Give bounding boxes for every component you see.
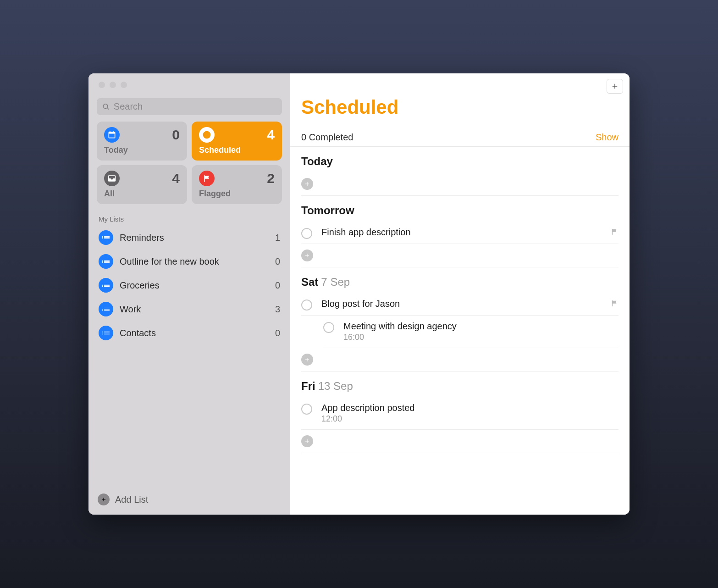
zoom-window[interactable] — [121, 82, 127, 88]
smart-today[interactable]: 0 Today — [97, 122, 187, 161]
task-row[interactable]: Meeting with design agency16:00 — [323, 316, 619, 348]
minimize-window[interactable] — [110, 82, 116, 88]
smart-scheduled-label: Scheduled — [199, 145, 275, 155]
list-count: 0 — [275, 328, 280, 338]
list-icon — [99, 326, 113, 340]
list-item[interactable]: Contacts0 — [95, 321, 284, 345]
list-item[interactable]: Reminders1 — [95, 226, 284, 250]
list-name: Work — [120, 304, 275, 315]
tray-icon — [104, 171, 120, 186]
completed-count: 0 Completed — [301, 132, 353, 143]
smart-today-label: Today — [104, 145, 180, 155]
date-header: Sat7 Sep — [301, 276, 619, 288]
clock-icon — [199, 127, 215, 143]
list-icon — [99, 254, 113, 269]
smart-scheduled-count: 4 — [267, 127, 275, 143]
task-list: App description posted12:00 — [301, 397, 619, 453]
plus-icon[interactable] — [301, 435, 313, 447]
list-icon — [99, 230, 113, 245]
page-title: Scheduled — [290, 94, 630, 118]
show-completed-button[interactable]: Show — [596, 132, 619, 143]
lists: Reminders1Outline for the new book0Groce… — [88, 226, 290, 345]
smart-all-count: 4 — [172, 171, 180, 186]
calendar-icon — [104, 127, 120, 143]
smart-all-label: All — [104, 189, 180, 199]
list-item[interactable]: Outline for the new book0 — [95, 250, 284, 273]
plus-icon[interactable] — [301, 250, 313, 261]
add-task-row[interactable] — [301, 244, 619, 267]
list-icon — [99, 278, 113, 293]
flag-icon — [610, 227, 619, 238]
smart-lists: 0 Today 4 Scheduled 4 All — [88, 122, 290, 204]
add-list-button[interactable]: Add List — [98, 494, 281, 505]
task-title: Meeting with design agency — [343, 321, 619, 332]
date-section: Today — [301, 147, 619, 196]
task-list: Finish app description — [301, 222, 619, 267]
date-section: Fri13 SepApp description posted12:00 — [301, 372, 619, 453]
smart-today-count: 0 — [172, 127, 180, 143]
plus-icon[interactable] — [301, 178, 313, 190]
plus-icon[interactable] — [301, 354, 313, 366]
sections: TodayTomorrowFinish app descriptionSat7 … — [290, 147, 630, 462]
task-row[interactable]: App description posted12:00 — [301, 397, 619, 430]
list-count: 3 — [275, 304, 280, 315]
task-title: Finish app description — [321, 227, 606, 238]
main-panel: Scheduled 0 Completed Show TodayTomorrow… — [290, 73, 630, 515]
window-controls — [88, 73, 290, 88]
task-row[interactable]: Blog post for Jason — [301, 293, 619, 316]
my-lists-header: My Lists — [88, 204, 290, 226]
search-field[interactable] — [97, 98, 282, 115]
task-title: Blog post for Jason — [321, 299, 606, 309]
task-checkbox[interactable] — [301, 300, 312, 311]
close-window[interactable] — [99, 82, 105, 88]
smart-flagged[interactable]: 2 Flagged — [192, 165, 282, 204]
date-header: Tomorrow — [301, 204, 619, 217]
task-time: 12:00 — [321, 414, 619, 424]
date-header: Today — [301, 155, 619, 168]
sidebar: 0 Today 4 Scheduled 4 All — [88, 73, 290, 515]
smart-scheduled[interactable]: 4 Scheduled — [192, 122, 282, 161]
date-section: Sat7 SepBlog post for JasonMeeting with … — [301, 267, 619, 372]
list-item[interactable]: Groceries0 — [95, 273, 284, 297]
smart-all[interactable]: 4 All — [97, 165, 187, 204]
new-reminder-button[interactable] — [607, 79, 623, 94]
list-count: 1 — [275, 233, 280, 243]
task-checkbox[interactable] — [301, 228, 312, 239]
task-checkbox[interactable] — [301, 404, 312, 415]
task-list — [301, 172, 619, 196]
list-name: Reminders — [120, 233, 275, 243]
add-list-label: Add List — [115, 494, 148, 505]
list-icon — [99, 302, 113, 316]
app-window: 0 Today 4 Scheduled 4 All — [88, 73, 630, 515]
add-task-row[interactable] — [301, 348, 619, 372]
list-name: Contacts — [120, 328, 275, 338]
flag-icon — [199, 171, 215, 186]
add-task-row[interactable] — [301, 430, 619, 453]
list-count: 0 — [275, 256, 280, 267]
date-header: Fri13 Sep — [301, 380, 619, 393]
task-checkbox[interactable] — [323, 322, 334, 333]
task-row[interactable]: Finish app description — [301, 222, 619, 244]
flag-icon — [610, 299, 619, 309]
list-count: 0 — [275, 280, 280, 291]
search-input[interactable] — [114, 101, 276, 112]
smart-flagged-label: Flagged — [199, 189, 275, 199]
plus-icon — [611, 82, 619, 90]
add-task-row[interactable] — [301, 172, 619, 196]
date-section: TomorrowFinish app description — [301, 196, 619, 267]
plus-icon — [98, 494, 110, 505]
list-item[interactable]: Work3 — [95, 297, 284, 321]
search-icon — [102, 103, 110, 111]
list-name: Groceries — [120, 280, 275, 291]
smart-flagged-count: 2 — [267, 171, 275, 186]
task-list: Blog post for JasonMeeting with design a… — [301, 293, 619, 372]
task-time: 16:00 — [343, 333, 619, 342]
task-title: App description posted — [321, 403, 619, 413]
list-name: Outline for the new book — [120, 256, 275, 267]
